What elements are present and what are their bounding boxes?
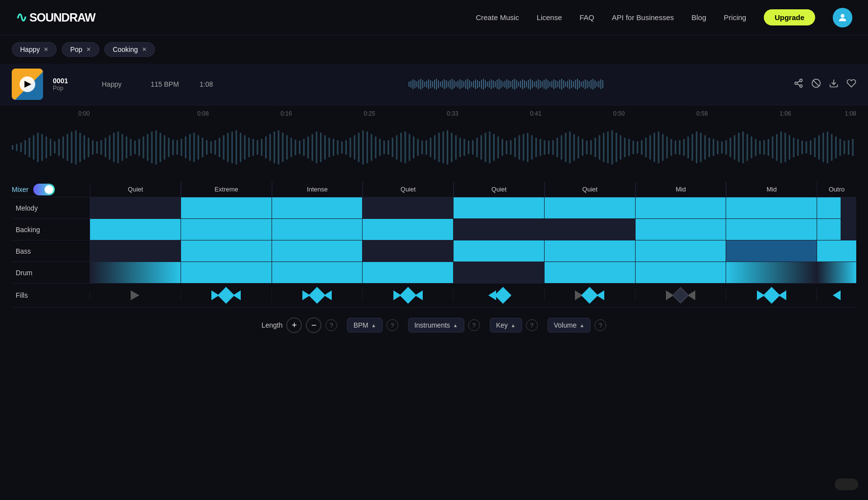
svg-rect-55 [514,79,515,90]
scroll-indicator[interactable] [835,478,858,490]
bass-cell-1[interactable] [181,240,272,262]
waveform[interactable] [12,123,856,172]
tag-happy[interactable]: Happy ✕ [12,42,57,57]
instruments-select[interactable]: Instruments ▲ [408,318,464,333]
avatar[interactable] [833,8,852,27]
nav-license[interactable]: License [537,13,562,22]
fills-diamond-4[interactable] [495,287,511,304]
melody-cell-6[interactable] [636,197,727,218]
backing-cell-7[interactable] [726,219,817,240]
bass-cell-outro[interactable] [817,240,856,262]
backing-cell-5[interactable] [545,219,636,240]
download-icon[interactable] [829,78,839,91]
bass-cell-0[interactable] [90,240,181,262]
volume-help-button[interactable]: ? [594,319,606,331]
bass-cell-3[interactable] [363,240,454,262]
fills-cell-1[interactable] [181,289,272,301]
nav-create-music[interactable]: Create Music [476,13,519,22]
drum-cell-5[interactable] [545,262,636,283]
drum-cell-outro[interactable] [817,262,856,283]
tag-cooking[interactable]: Cooking ✕ [104,42,155,57]
nav-pricing[interactable]: Pricing [724,13,746,22]
volume-select[interactable]: Volume ▲ [548,318,591,333]
tag-happy-remove[interactable]: ✕ [44,46,48,53]
fills-diamond-3[interactable] [400,287,416,304]
nav-faq[interactable]: FAQ [580,13,594,22]
svg-rect-96 [594,80,595,88]
bass-cell-2[interactable] [272,240,363,262]
melody-cell-5[interactable] [545,197,636,218]
bass-cell-6[interactable] [636,240,727,262]
bpm-select[interactable]: BPM ▲ [347,318,382,333]
fills-diamond-dark-6[interactable] [672,287,689,304]
favorite-icon[interactable] [846,78,856,91]
bass-cell-5[interactable] [545,240,636,262]
drum-cell-0[interactable] [90,262,181,283]
bass-cell-7[interactable] [726,240,817,262]
svg-rect-8 [422,80,423,88]
nav-blog[interactable]: Blog [691,13,706,22]
backing-cell-3[interactable] [363,219,454,240]
instruments-help-button[interactable]: ? [468,319,480,331]
tag-cooking-label: Cooking [113,46,137,53]
svg-rect-258 [641,140,642,155]
tag-cooking-remove[interactable]: ✕ [142,46,147,53]
melody-cell-3[interactable] [363,197,454,218]
backing-cell-2[interactable] [272,219,363,240]
drum-cell-2[interactable] [272,262,363,283]
bpm-help-button[interactable]: ? [387,319,398,331]
drum-cell-4[interactable] [454,262,545,283]
length-help-button[interactable]: ? [325,319,337,331]
upgrade-button[interactable]: Upgrade [764,9,815,25]
fills-diamond-1[interactable] [218,287,234,304]
melody-cell-7[interactable] [726,197,817,218]
key-help-button[interactable]: ? [526,319,538,331]
length-minus-button[interactable]: − [306,317,321,333]
drum-cell-7[interactable] [726,262,817,283]
play-button[interactable] [20,76,35,92]
melody-cell-outro[interactable] [817,197,856,218]
backing-cell-6[interactable] [636,219,727,240]
mixer-toggle[interactable] [33,184,55,195]
svg-rect-225 [502,139,503,156]
fills-cell-outro[interactable] [817,290,856,300]
melody-cell-0[interactable] [90,197,181,218]
fills-arrow-right-1[interactable] [233,290,241,300]
fills-cell-2[interactable] [272,289,363,301]
fills-cell-6[interactable] [636,289,727,301]
svg-rect-73 [549,82,550,87]
key-select[interactable]: Key ▲ [490,318,522,333]
nav-api[interactable]: API for Businesses [612,13,674,22]
backing-cell-0[interactable] [90,219,181,240]
melody-cell-4[interactable] [454,197,545,218]
fills-diamond-7[interactable] [763,287,780,304]
svg-rect-243 [577,137,579,159]
drum-cell-1[interactable] [181,262,272,283]
backing-cell-outro[interactable] [817,219,856,240]
tag-pop[interactable]: Pop ✕ [62,42,99,57]
drum-cell-6[interactable] [636,262,727,283]
waveform-container[interactable] [0,119,868,182]
logo[interactable]: ∿ SOUNDRAW [16,9,95,25]
backing-cell-4[interactable] [454,219,545,240]
svg-rect-33 [471,82,472,87]
fills-cell-0[interactable] [90,290,181,300]
block-icon[interactable] [811,78,821,91]
tag-pop-remove[interactable]: ✕ [86,46,91,53]
fills-cell-4[interactable] [454,289,545,301]
fills-diamond-5[interactable] [581,287,598,304]
backing-cell-1[interactable] [181,219,272,240]
fills-cell-3[interactable] [363,289,454,301]
melody-cell-1[interactable] [181,197,272,218]
fills-cell-7[interactable] [726,289,817,301]
share-icon[interactable] [794,78,803,91]
svg-rect-272 [700,133,702,162]
length-add-button[interactable]: + [286,317,302,333]
bass-cell-4[interactable] [454,240,545,262]
fills-arrow-outro[interactable] [833,290,841,300]
fills-cell-5[interactable] [545,289,636,301]
fills-triangle-right-0[interactable] [131,290,139,300]
drum-cell-3[interactable] [363,262,454,283]
melody-cell-2[interactable] [272,197,363,218]
fills-diamond-2[interactable] [309,287,325,304]
